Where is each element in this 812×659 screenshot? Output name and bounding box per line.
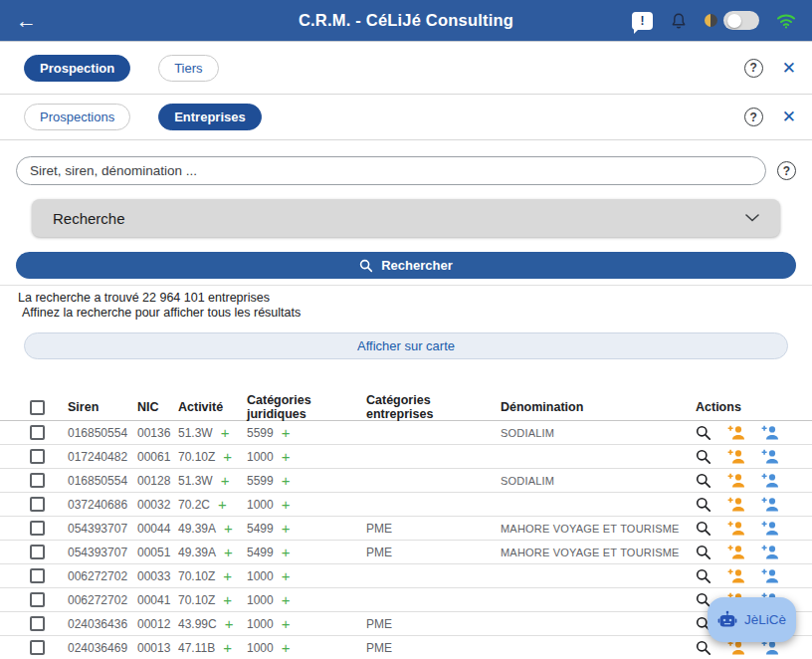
row-checkbox[interactable] <box>30 521 45 536</box>
row-checkbox[interactable] <box>30 640 45 655</box>
cell-nic: 00128 <box>129 474 170 488</box>
view-details-icon[interactable] <box>696 449 711 465</box>
add-tiers-icon[interactable] <box>761 640 779 655</box>
add-tiers-icon[interactable] <box>761 449 779 464</box>
cell-denomination: MAHORE VOYAGE ET TOURISME <box>493 523 688 535</box>
cell-nic: 00061 <box>129 450 170 464</box>
plus-icon[interactable]: + <box>221 425 230 440</box>
plus-icon[interactable]: + <box>282 449 291 464</box>
add-prospect-icon[interactable] <box>727 425 745 440</box>
view-details-icon[interactable] <box>696 521 711 537</box>
tab-prospections[interactable]: Prospections <box>24 104 130 130</box>
rechercher-button[interactable]: Rechercher <box>16 252 796 279</box>
cell-nic: 00013 <box>129 641 170 655</box>
plus-icon[interactable]: + <box>225 616 234 631</box>
plus-icon[interactable]: + <box>224 521 233 536</box>
plus-icon[interactable]: + <box>282 473 291 488</box>
plus-icon[interactable]: + <box>221 473 230 488</box>
row-checkbox[interactable] <box>30 473 45 488</box>
add-tiers-icon[interactable] <box>761 568 779 583</box>
plus-icon[interactable]: + <box>223 640 232 655</box>
table-row: 024036469 00013 47.11B + 1000 + PME <box>0 635 812 659</box>
tab-prospection[interactable]: Prospection <box>24 55 130 82</box>
table-row: 054393707 00044 49.39A + 5499 + PME MAHO… <box>0 516 812 540</box>
add-tiers-icon[interactable] <box>761 521 779 536</box>
plus-icon[interactable]: + <box>282 640 291 655</box>
row-checkbox[interactable] <box>30 568 45 583</box>
cell-categorie-juridique: 1000 <box>247 569 274 583</box>
help-icon[interactable]: ? <box>744 59 763 78</box>
row-checkbox[interactable] <box>30 592 45 607</box>
view-details-icon[interactable] <box>696 568 711 584</box>
add-tiers-icon[interactable] <box>761 473 779 488</box>
tab-entreprises[interactable]: Entreprises <box>158 104 262 130</box>
view-details-icon[interactable] <box>696 545 711 560</box>
close-icon[interactable]: ✕ <box>782 109 796 125</box>
help-glyph: ? <box>783 164 790 178</box>
search-input[interactable] <box>16 156 766 185</box>
rechercher-label: Rechercher <box>381 258 453 273</box>
add-tiers-icon[interactable] <box>761 545 779 559</box>
robot-icon <box>717 610 737 630</box>
afficher-sur-carte-button[interactable]: Afficher sur carte <box>24 332 788 359</box>
help-glyph: ? <box>750 61 757 75</box>
row-checkbox[interactable] <box>30 616 45 631</box>
close-icon[interactable]: ✕ <box>782 60 796 77</box>
table-row: 006272702 00033 70.10Z + 1000 + <box>0 563 812 587</box>
bell-icon[interactable] <box>670 12 688 30</box>
cell-nic: 00032 <box>129 498 170 512</box>
plus-icon[interactable]: + <box>282 616 291 631</box>
plus-icon[interactable]: + <box>282 425 291 440</box>
theme-switch[interactable] <box>723 11 759 30</box>
add-prospect-icon[interactable] <box>727 568 745 583</box>
module-tabs: Prospection Tiers ? ✕ <box>0 42 812 95</box>
add-prospect-icon[interactable] <box>727 640 745 655</box>
message-alert-icon[interactable]: ! <box>632 12 653 30</box>
cell-activite: 51.3W <box>178 426 213 440</box>
add-prospect-icon[interactable] <box>727 521 745 536</box>
row-checkbox[interactable] <box>30 449 45 464</box>
cell-siren: 017240482 <box>60 450 129 464</box>
jelice-assistant-button[interactable]: JèLiCè <box>708 597 796 642</box>
cell-siren: 016850554 <box>60 426 129 440</box>
cell-denomination: SODIALIM <box>493 427 688 439</box>
plus-icon[interactable]: + <box>282 592 291 607</box>
table-row: 006272702 00041 70.10Z + 1000 + <box>0 587 812 611</box>
select-all-checkbox[interactable] <box>30 400 45 415</box>
add-tiers-icon[interactable] <box>761 425 779 440</box>
table-row: 017240482 00061 70.10Z + 1000 + <box>0 444 812 468</box>
tab-tiers[interactable]: Tiers <box>158 55 218 82</box>
add-prospect-icon[interactable] <box>727 473 745 488</box>
cell-categorie-entreprise: PME <box>358 546 493 559</box>
table-header-row: Siren NIC Activité Catégories juridiques… <box>0 393 812 420</box>
add-prospect-icon[interactable] <box>727 545 745 559</box>
header-categories-juridiques: Catégories juridiques <box>239 393 358 421</box>
cell-categorie-juridique: 1000 <box>247 593 274 607</box>
help-icon[interactable]: ? <box>744 108 763 126</box>
plus-icon[interactable]: + <box>282 521 291 536</box>
plus-icon[interactable]: + <box>282 568 291 583</box>
add-prospect-icon[interactable] <box>727 449 745 464</box>
plus-icon[interactable]: + <box>223 568 232 583</box>
plus-icon[interactable]: + <box>224 545 233 559</box>
plus-icon[interactable]: + <box>223 592 232 607</box>
view-details-icon[interactable] <box>696 497 711 513</box>
add-prospect-icon[interactable] <box>727 497 745 512</box>
view-details-icon[interactable] <box>696 425 711 441</box>
row-checkbox[interactable] <box>30 425 45 440</box>
plus-icon[interactable]: + <box>218 497 227 512</box>
plus-icon[interactable]: + <box>282 497 291 512</box>
view-details-icon[interactable] <box>696 473 711 489</box>
add-tiers-icon[interactable] <box>761 497 779 512</box>
view-details-icon[interactable] <box>696 640 711 656</box>
cell-activite: 70.10Z <box>178 569 215 583</box>
back-arrow-icon[interactable]: ← <box>16 10 37 31</box>
plus-icon[interactable]: + <box>223 449 232 464</box>
recherche-accordion[interactable]: Recherche <box>32 199 780 237</box>
plus-icon[interactable]: + <box>282 545 291 559</box>
row-checkbox[interactable] <box>30 545 45 559</box>
row-checkbox[interactable] <box>30 497 45 512</box>
search-help-icon[interactable]: ? <box>777 161 796 180</box>
dark-mode-icon <box>705 14 717 27</box>
theme-toggle[interactable] <box>705 11 759 30</box>
